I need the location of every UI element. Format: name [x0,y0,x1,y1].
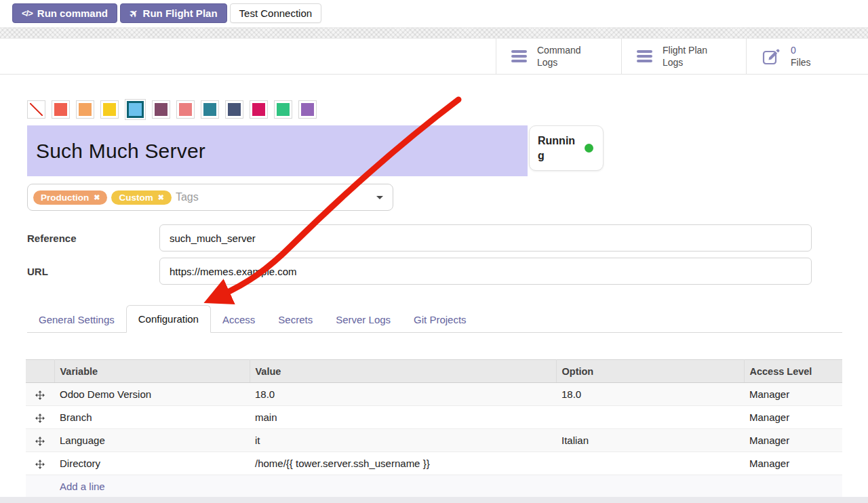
tag-label: Custom [119,193,153,203]
swatch-color [301,103,314,116]
status-label: Running [538,134,576,163]
table-row[interactable]: LanguageitItalianManager [26,429,842,452]
swatch-color [228,103,241,116]
swatch-color [179,103,192,116]
test-connection-button[interactable]: Test Connection [230,3,322,23]
cell-option[interactable] [556,452,744,475]
status-badge: Running [529,125,604,171]
tab-server-logs[interactable]: Server Logs [324,306,402,333]
tags-placeholder: Tags [176,191,372,203]
color-swatch-purple[interactable] [298,100,317,119]
color-swatch-orange[interactable] [76,100,94,119]
cell-variable[interactable]: Odoo Demo Version [54,383,250,406]
tag-remove-icon[interactable]: ✖ [158,194,164,201]
configuration-table: VariableValueOptionAccess Level Odoo Dem… [26,359,842,498]
record-title-field[interactable]: Such Much Server [27,125,528,176]
tab-configuration[interactable]: Configuration [126,305,211,333]
cell-value[interactable]: /home/{{ tower.server.ssh_username }} [250,452,556,475]
swatch-color [277,103,290,116]
tab-secrets[interactable]: Secrets [267,306,324,333]
color-swatch-none[interactable] [27,100,45,119]
cell-option[interactable] [556,406,744,429]
run-flight-plan-button[interactable]: ✈ Run Flight Plan [120,3,227,23]
drag-handle-icon[interactable] [26,429,54,452]
table-row[interactable]: Directory/home/{{ tower.server.ssh_usern… [26,452,842,475]
command-logs-button[interactable]: Command Logs [496,39,621,74]
command-logs-label: Command Logs [537,44,581,68]
flight-plan-logs-button[interactable]: Flight Plan Logs [621,39,746,74]
table-row[interactable]: BranchmainManager [26,406,842,429]
tab-access[interactable]: Access [211,306,267,333]
reference-input[interactable] [159,224,812,252]
swatch-color [155,103,167,116]
tab-general-settings[interactable]: General Settings [27,306,126,333]
edit-pencil-icon [762,47,781,66]
column-header-value[interactable]: Value [250,360,556,383]
plane-icon: ✈ [127,6,141,21]
column-header-option[interactable]: Option [556,360,744,383]
run-command-button[interactable]: </> Run command [12,3,117,23]
color-swatch-crimson[interactable] [250,100,268,119]
files-label: 0 Files [791,44,811,68]
cell-option[interactable]: 18.0 [556,383,744,406]
status-green-dot-icon [585,144,593,153]
list-lines-icon [511,50,527,62]
column-header-drag [26,360,54,383]
swatch-color [54,103,67,116]
tags-input[interactable]: Production✖Custom✖Tags [27,184,393,211]
tag-custom[interactable]: Custom✖ [111,190,171,205]
checkered-strip [0,27,868,39]
column-header-variable[interactable]: Variable [54,360,250,383]
swatch-color [103,103,116,116]
drag-handle-icon[interactable] [26,383,54,406]
cell-access-level[interactable]: Manager [744,452,842,475]
color-swatch-yellow[interactable] [100,100,119,119]
cell-variable[interactable]: Directory [54,452,250,475]
cell-value[interactable]: 18.0 [250,383,556,406]
notebook-tabs: General SettingsConfigurationAccessSecre… [27,305,842,333]
cell-variable[interactable]: Language [54,429,250,452]
drag-handle-icon[interactable] [26,406,54,429]
cell-variable[interactable]: Branch [54,406,250,429]
chevron-down-icon[interactable] [376,196,383,199]
test-connection-label: Test Connection [239,7,313,19]
color-swatch-red[interactable] [52,100,70,119]
color-swatch-salmon[interactable] [176,100,195,119]
cell-option[interactable]: Italian [556,429,744,452]
swatch-color [30,103,43,116]
cell-value[interactable]: it [250,429,556,452]
cell-value[interactable]: main [250,406,556,429]
tag-label: Production [41,193,89,203]
tag-production[interactable]: Production✖ [33,190,107,205]
run-command-label: Run command [37,7,108,19]
bottom-strip [0,497,868,503]
files-button[interactable]: 0 Files [746,39,868,74]
color-swatch-navy[interactable] [225,100,243,119]
swatch-color [79,103,92,116]
table-header: VariableValueOptionAccess Level [26,360,842,383]
drag-handle-icon[interactable] [26,452,54,475]
swatch-color [252,103,265,116]
files-count: 0 [791,45,796,56]
table-row[interactable]: Odoo Demo Version18.018.0Manager [26,383,842,406]
color-swatch-dark-purple[interactable] [152,100,170,119]
cell-access-level[interactable]: Manager [744,383,842,406]
record-title: Such Much Server [27,140,205,163]
list-lines-icon [637,50,652,62]
color-swatch-light-blue[interactable] [125,99,146,120]
reference-label: Reference [27,224,77,252]
header-band: Command Logs Flight Plan Logs [0,39,868,75]
color-swatch-teal[interactable] [201,100,219,119]
tab-git-projects[interactable]: Git Projects [402,306,478,333]
cell-access-level[interactable]: Manager [744,429,842,452]
swatch-color [203,103,216,116]
color-swatch-green[interactable] [274,100,292,119]
color-palette [27,99,317,120]
cell-access-level[interactable]: Manager [744,406,842,429]
tag-remove-icon[interactable]: ✖ [94,194,100,201]
action-toolbar: </> Run command ✈ Run Flight Plan Test C… [12,3,321,23]
run-flight-plan-label: Run Flight Plan [143,7,218,19]
column-header-access-level[interactable]: Access Level [744,360,842,383]
add-a-line-link[interactable]: Add a line [26,475,842,498]
url-input[interactable] [159,258,812,285]
